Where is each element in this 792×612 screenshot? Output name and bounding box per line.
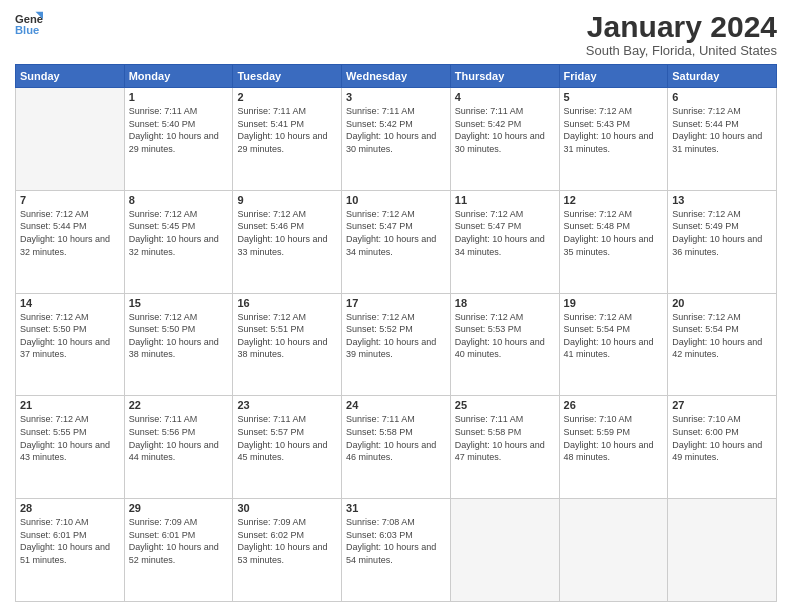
header-tuesday: Tuesday bbox=[233, 65, 342, 88]
title-section: January 2024 South Bay, Florida, United … bbox=[586, 10, 777, 58]
header-saturday: Saturday bbox=[668, 65, 777, 88]
table-row: 13Sunrise: 7:12 AM Sunset: 5:49 PM Dayli… bbox=[668, 190, 777, 293]
day-number: 3 bbox=[346, 91, 446, 103]
day-info: Sunrise: 7:12 AM Sunset: 5:50 PM Dayligh… bbox=[20, 311, 120, 361]
table-row: 21Sunrise: 7:12 AM Sunset: 5:55 PM Dayli… bbox=[16, 396, 125, 499]
table-row: 7Sunrise: 7:12 AM Sunset: 5:44 PM Daylig… bbox=[16, 190, 125, 293]
logo-icon: General Blue bbox=[15, 10, 43, 38]
day-info: Sunrise: 7:08 AM Sunset: 6:03 PM Dayligh… bbox=[346, 516, 446, 566]
table-row: 27Sunrise: 7:10 AM Sunset: 6:00 PM Dayli… bbox=[668, 396, 777, 499]
day-number: 9 bbox=[237, 194, 337, 206]
calendar-table: Sunday Monday Tuesday Wednesday Thursday… bbox=[15, 64, 777, 602]
day-number: 14 bbox=[20, 297, 120, 309]
table-row: 10Sunrise: 7:12 AM Sunset: 5:47 PM Dayli… bbox=[342, 190, 451, 293]
day-number: 17 bbox=[346, 297, 446, 309]
day-number: 29 bbox=[129, 502, 229, 514]
week-row-1: 1Sunrise: 7:11 AM Sunset: 5:40 PM Daylig… bbox=[16, 88, 777, 191]
table-row: 26Sunrise: 7:10 AM Sunset: 5:59 PM Dayli… bbox=[559, 396, 668, 499]
day-info: Sunrise: 7:12 AM Sunset: 5:45 PM Dayligh… bbox=[129, 208, 229, 258]
day-number: 22 bbox=[129, 399, 229, 411]
day-info: Sunrise: 7:12 AM Sunset: 5:53 PM Dayligh… bbox=[455, 311, 555, 361]
day-info: Sunrise: 7:12 AM Sunset: 5:47 PM Dayligh… bbox=[346, 208, 446, 258]
table-row: 11Sunrise: 7:12 AM Sunset: 5:47 PM Dayli… bbox=[450, 190, 559, 293]
day-info: Sunrise: 7:12 AM Sunset: 5:47 PM Dayligh… bbox=[455, 208, 555, 258]
table-row: 19Sunrise: 7:12 AM Sunset: 5:54 PM Dayli… bbox=[559, 293, 668, 396]
table-row: 12Sunrise: 7:12 AM Sunset: 5:48 PM Dayli… bbox=[559, 190, 668, 293]
week-row-4: 21Sunrise: 7:12 AM Sunset: 5:55 PM Dayli… bbox=[16, 396, 777, 499]
week-row-5: 28Sunrise: 7:10 AM Sunset: 6:01 PM Dayli… bbox=[16, 499, 777, 602]
day-number: 25 bbox=[455, 399, 555, 411]
table-row: 20Sunrise: 7:12 AM Sunset: 5:54 PM Dayli… bbox=[668, 293, 777, 396]
table-row: 16Sunrise: 7:12 AM Sunset: 5:51 PM Dayli… bbox=[233, 293, 342, 396]
logo: General Blue bbox=[15, 10, 43, 38]
header-sunday: Sunday bbox=[16, 65, 125, 88]
day-info: Sunrise: 7:12 AM Sunset: 5:54 PM Dayligh… bbox=[564, 311, 664, 361]
day-info: Sunrise: 7:12 AM Sunset: 5:44 PM Dayligh… bbox=[20, 208, 120, 258]
day-number: 26 bbox=[564, 399, 664, 411]
header-wednesday: Wednesday bbox=[342, 65, 451, 88]
day-number: 6 bbox=[672, 91, 772, 103]
table-row: 18Sunrise: 7:12 AM Sunset: 5:53 PM Dayli… bbox=[450, 293, 559, 396]
table-row bbox=[16, 88, 125, 191]
day-number: 1 bbox=[129, 91, 229, 103]
weekday-header-row: Sunday Monday Tuesday Wednesday Thursday… bbox=[16, 65, 777, 88]
table-row: 23Sunrise: 7:11 AM Sunset: 5:57 PM Dayli… bbox=[233, 396, 342, 499]
day-number: 2 bbox=[237, 91, 337, 103]
week-row-2: 7Sunrise: 7:12 AM Sunset: 5:44 PM Daylig… bbox=[16, 190, 777, 293]
day-info: Sunrise: 7:12 AM Sunset: 5:49 PM Dayligh… bbox=[672, 208, 772, 258]
day-info: Sunrise: 7:10 AM Sunset: 6:01 PM Dayligh… bbox=[20, 516, 120, 566]
table-row: 2Sunrise: 7:11 AM Sunset: 5:41 PM Daylig… bbox=[233, 88, 342, 191]
day-info: Sunrise: 7:11 AM Sunset: 5:57 PM Dayligh… bbox=[237, 413, 337, 463]
day-number: 12 bbox=[564, 194, 664, 206]
table-row: 4Sunrise: 7:11 AM Sunset: 5:42 PM Daylig… bbox=[450, 88, 559, 191]
day-info: Sunrise: 7:11 AM Sunset: 5:56 PM Dayligh… bbox=[129, 413, 229, 463]
header-friday: Friday bbox=[559, 65, 668, 88]
subtitle: South Bay, Florida, United States bbox=[586, 43, 777, 58]
day-number: 7 bbox=[20, 194, 120, 206]
table-row: 28Sunrise: 7:10 AM Sunset: 6:01 PM Dayli… bbox=[16, 499, 125, 602]
day-number: 4 bbox=[455, 91, 555, 103]
day-number: 28 bbox=[20, 502, 120, 514]
day-info: Sunrise: 7:11 AM Sunset: 5:41 PM Dayligh… bbox=[237, 105, 337, 155]
table-row: 22Sunrise: 7:11 AM Sunset: 5:56 PM Dayli… bbox=[124, 396, 233, 499]
table-row: 5Sunrise: 7:12 AM Sunset: 5:43 PM Daylig… bbox=[559, 88, 668, 191]
table-row: 3Sunrise: 7:11 AM Sunset: 5:42 PM Daylig… bbox=[342, 88, 451, 191]
day-number: 8 bbox=[129, 194, 229, 206]
day-number: 21 bbox=[20, 399, 120, 411]
week-row-3: 14Sunrise: 7:12 AM Sunset: 5:50 PM Dayli… bbox=[16, 293, 777, 396]
day-info: Sunrise: 7:11 AM Sunset: 5:58 PM Dayligh… bbox=[455, 413, 555, 463]
day-info: Sunrise: 7:09 AM Sunset: 6:02 PM Dayligh… bbox=[237, 516, 337, 566]
day-info: Sunrise: 7:12 AM Sunset: 5:44 PM Dayligh… bbox=[672, 105, 772, 155]
day-info: Sunrise: 7:12 AM Sunset: 5:43 PM Dayligh… bbox=[564, 105, 664, 155]
table-row: 29Sunrise: 7:09 AM Sunset: 6:01 PM Dayli… bbox=[124, 499, 233, 602]
day-number: 24 bbox=[346, 399, 446, 411]
table-row: 24Sunrise: 7:11 AM Sunset: 5:58 PM Dayli… bbox=[342, 396, 451, 499]
table-row: 30Sunrise: 7:09 AM Sunset: 6:02 PM Dayli… bbox=[233, 499, 342, 602]
day-number: 23 bbox=[237, 399, 337, 411]
day-number: 31 bbox=[346, 502, 446, 514]
table-row: 31Sunrise: 7:08 AM Sunset: 6:03 PM Dayli… bbox=[342, 499, 451, 602]
day-info: Sunrise: 7:12 AM Sunset: 5:46 PM Dayligh… bbox=[237, 208, 337, 258]
day-info: Sunrise: 7:11 AM Sunset: 5:58 PM Dayligh… bbox=[346, 413, 446, 463]
table-row: 1Sunrise: 7:11 AM Sunset: 5:40 PM Daylig… bbox=[124, 88, 233, 191]
day-info: Sunrise: 7:11 AM Sunset: 5:42 PM Dayligh… bbox=[455, 105, 555, 155]
day-info: Sunrise: 7:12 AM Sunset: 5:54 PM Dayligh… bbox=[672, 311, 772, 361]
main-title: January 2024 bbox=[586, 10, 777, 43]
day-number: 13 bbox=[672, 194, 772, 206]
table-row: 9Sunrise: 7:12 AM Sunset: 5:46 PM Daylig… bbox=[233, 190, 342, 293]
table-row bbox=[559, 499, 668, 602]
day-info: Sunrise: 7:10 AM Sunset: 6:00 PM Dayligh… bbox=[672, 413, 772, 463]
day-info: Sunrise: 7:10 AM Sunset: 5:59 PM Dayligh… bbox=[564, 413, 664, 463]
table-row: 17Sunrise: 7:12 AM Sunset: 5:52 PM Dayli… bbox=[342, 293, 451, 396]
day-number: 5 bbox=[564, 91, 664, 103]
svg-text:Blue: Blue bbox=[15, 24, 39, 36]
table-row: 8Sunrise: 7:12 AM Sunset: 5:45 PM Daylig… bbox=[124, 190, 233, 293]
header-thursday: Thursday bbox=[450, 65, 559, 88]
day-number: 15 bbox=[129, 297, 229, 309]
page: General Blue January 2024 South Bay, Flo… bbox=[0, 0, 792, 612]
day-info: Sunrise: 7:12 AM Sunset: 5:50 PM Dayligh… bbox=[129, 311, 229, 361]
day-number: 11 bbox=[455, 194, 555, 206]
day-info: Sunrise: 7:09 AM Sunset: 6:01 PM Dayligh… bbox=[129, 516, 229, 566]
day-number: 10 bbox=[346, 194, 446, 206]
day-info: Sunrise: 7:11 AM Sunset: 5:42 PM Dayligh… bbox=[346, 105, 446, 155]
